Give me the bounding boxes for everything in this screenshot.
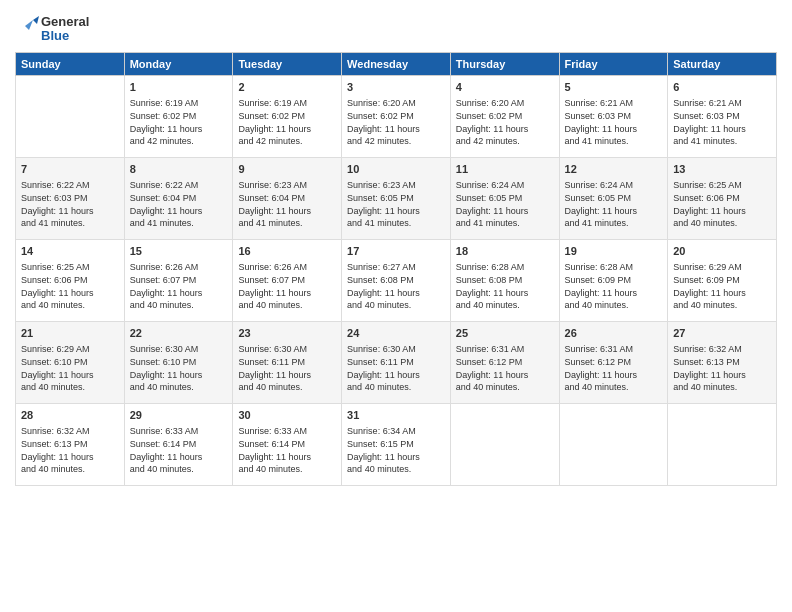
header: GeneralBlue: [15, 10, 777, 46]
day-number: 16: [238, 244, 336, 259]
calendar-cell: 4Sunrise: 6:20 AM Sunset: 6:02 PM Daylig…: [450, 76, 559, 158]
day-number: 11: [456, 162, 554, 177]
cell-info: Sunrise: 6:22 AM Sunset: 6:03 PM Dayligh…: [21, 179, 119, 229]
calendar-cell: 9Sunrise: 6:23 AM Sunset: 6:04 PM Daylig…: [233, 158, 342, 240]
cell-info: Sunrise: 6:23 AM Sunset: 6:05 PM Dayligh…: [347, 179, 445, 229]
cell-info: Sunrise: 6:24 AM Sunset: 6:05 PM Dayligh…: [456, 179, 554, 229]
calendar-cell: 18Sunrise: 6:28 AM Sunset: 6:08 PM Dayli…: [450, 240, 559, 322]
day-number: 25: [456, 326, 554, 341]
calendar-cell: 14Sunrise: 6:25 AM Sunset: 6:06 PM Dayli…: [16, 240, 125, 322]
cell-info: Sunrise: 6:31 AM Sunset: 6:12 PM Dayligh…: [456, 343, 554, 393]
week-row-2: 7Sunrise: 6:22 AM Sunset: 6:03 PM Daylig…: [16, 158, 777, 240]
cell-info: Sunrise: 6:21 AM Sunset: 6:03 PM Dayligh…: [673, 97, 771, 147]
day-number: 22: [130, 326, 228, 341]
day-number: 3: [347, 80, 445, 95]
cell-info: Sunrise: 6:32 AM Sunset: 6:13 PM Dayligh…: [673, 343, 771, 393]
svg-text:General: General: [41, 14, 89, 29]
day-number: 12: [565, 162, 663, 177]
calendar-table: SundayMondayTuesdayWednesdayThursdayFrid…: [15, 52, 777, 486]
svg-marker-0: [25, 20, 33, 30]
cell-info: Sunrise: 6:30 AM Sunset: 6:11 PM Dayligh…: [238, 343, 336, 393]
cell-info: Sunrise: 6:21 AM Sunset: 6:03 PM Dayligh…: [565, 97, 663, 147]
cell-info: Sunrise: 6:30 AM Sunset: 6:11 PM Dayligh…: [347, 343, 445, 393]
col-header-thursday: Thursday: [450, 53, 559, 76]
calendar-cell: [668, 404, 777, 486]
calendar-cell: 25Sunrise: 6:31 AM Sunset: 6:12 PM Dayli…: [450, 322, 559, 404]
cell-info: Sunrise: 6:24 AM Sunset: 6:05 PM Dayligh…: [565, 179, 663, 229]
cell-info: Sunrise: 6:25 AM Sunset: 6:06 PM Dayligh…: [673, 179, 771, 229]
calendar-cell: 12Sunrise: 6:24 AM Sunset: 6:05 PM Dayli…: [559, 158, 668, 240]
day-number: 13: [673, 162, 771, 177]
day-number: 6: [673, 80, 771, 95]
calendar-cell: 8Sunrise: 6:22 AM Sunset: 6:04 PM Daylig…: [124, 158, 233, 240]
calendar-cell: 10Sunrise: 6:23 AM Sunset: 6:05 PM Dayli…: [342, 158, 451, 240]
day-number: 10: [347, 162, 445, 177]
cell-info: Sunrise: 6:22 AM Sunset: 6:04 PM Dayligh…: [130, 179, 228, 229]
day-number: 28: [21, 408, 119, 423]
calendar-cell: 2Sunrise: 6:19 AM Sunset: 6:02 PM Daylig…: [233, 76, 342, 158]
calendar-cell: 22Sunrise: 6:30 AM Sunset: 6:10 PM Dayli…: [124, 322, 233, 404]
cell-info: Sunrise: 6:19 AM Sunset: 6:02 PM Dayligh…: [238, 97, 336, 147]
cell-info: Sunrise: 6:20 AM Sunset: 6:02 PM Dayligh…: [347, 97, 445, 147]
cell-info: Sunrise: 6:29 AM Sunset: 6:09 PM Dayligh…: [673, 261, 771, 311]
day-number: 21: [21, 326, 119, 341]
day-number: 30: [238, 408, 336, 423]
cell-info: Sunrise: 6:27 AM Sunset: 6:08 PM Dayligh…: [347, 261, 445, 311]
calendar-cell: 17Sunrise: 6:27 AM Sunset: 6:08 PM Dayli…: [342, 240, 451, 322]
cell-info: Sunrise: 6:34 AM Sunset: 6:15 PM Dayligh…: [347, 425, 445, 475]
cell-info: Sunrise: 6:23 AM Sunset: 6:04 PM Dayligh…: [238, 179, 336, 229]
cell-info: Sunrise: 6:20 AM Sunset: 6:02 PM Dayligh…: [456, 97, 554, 147]
cell-info: Sunrise: 6:30 AM Sunset: 6:10 PM Dayligh…: [130, 343, 228, 393]
day-number: 8: [130, 162, 228, 177]
day-number: 17: [347, 244, 445, 259]
cell-info: Sunrise: 6:28 AM Sunset: 6:08 PM Dayligh…: [456, 261, 554, 311]
calendar-cell: 31Sunrise: 6:34 AM Sunset: 6:15 PM Dayli…: [342, 404, 451, 486]
svg-text:Blue: Blue: [41, 28, 69, 43]
col-header-wednesday: Wednesday: [342, 53, 451, 76]
page-container: GeneralBlue SundayMondayTuesdayWednesday…: [0, 0, 792, 491]
day-number: 26: [565, 326, 663, 341]
week-row-4: 21Sunrise: 6:29 AM Sunset: 6:10 PM Dayli…: [16, 322, 777, 404]
calendar-cell: 13Sunrise: 6:25 AM Sunset: 6:06 PM Dayli…: [668, 158, 777, 240]
col-header-friday: Friday: [559, 53, 668, 76]
week-row-5: 28Sunrise: 6:32 AM Sunset: 6:13 PM Dayli…: [16, 404, 777, 486]
calendar-cell: 30Sunrise: 6:33 AM Sunset: 6:14 PM Dayli…: [233, 404, 342, 486]
day-number: 18: [456, 244, 554, 259]
cell-info: Sunrise: 6:26 AM Sunset: 6:07 PM Dayligh…: [130, 261, 228, 311]
cell-info: Sunrise: 6:33 AM Sunset: 6:14 PM Dayligh…: [238, 425, 336, 475]
day-number: 29: [130, 408, 228, 423]
day-number: 27: [673, 326, 771, 341]
logo: GeneralBlue: [15, 10, 105, 46]
cell-info: Sunrise: 6:26 AM Sunset: 6:07 PM Dayligh…: [238, 261, 336, 311]
calendar-cell: [559, 404, 668, 486]
calendar-cell: 23Sunrise: 6:30 AM Sunset: 6:11 PM Dayli…: [233, 322, 342, 404]
cell-info: Sunrise: 6:28 AM Sunset: 6:09 PM Dayligh…: [565, 261, 663, 311]
cell-info: Sunrise: 6:25 AM Sunset: 6:06 PM Dayligh…: [21, 261, 119, 311]
cell-info: Sunrise: 6:31 AM Sunset: 6:12 PM Dayligh…: [565, 343, 663, 393]
logo-svg: GeneralBlue: [15, 10, 105, 46]
day-number: 19: [565, 244, 663, 259]
col-header-tuesday: Tuesday: [233, 53, 342, 76]
calendar-cell: 6Sunrise: 6:21 AM Sunset: 6:03 PM Daylig…: [668, 76, 777, 158]
day-number: 5: [565, 80, 663, 95]
week-row-1: 1Sunrise: 6:19 AM Sunset: 6:02 PM Daylig…: [16, 76, 777, 158]
day-number: 2: [238, 80, 336, 95]
calendar-cell: 7Sunrise: 6:22 AM Sunset: 6:03 PM Daylig…: [16, 158, 125, 240]
col-header-sunday: Sunday: [16, 53, 125, 76]
calendar-cell: 5Sunrise: 6:21 AM Sunset: 6:03 PM Daylig…: [559, 76, 668, 158]
cell-info: Sunrise: 6:32 AM Sunset: 6:13 PM Dayligh…: [21, 425, 119, 475]
day-number: 4: [456, 80, 554, 95]
col-header-saturday: Saturday: [668, 53, 777, 76]
calendar-cell: 1Sunrise: 6:19 AM Sunset: 6:02 PM Daylig…: [124, 76, 233, 158]
calendar-cell: 19Sunrise: 6:28 AM Sunset: 6:09 PM Dayli…: [559, 240, 668, 322]
calendar-cell: 15Sunrise: 6:26 AM Sunset: 6:07 PM Dayli…: [124, 240, 233, 322]
day-number: 20: [673, 244, 771, 259]
calendar-cell: 21Sunrise: 6:29 AM Sunset: 6:10 PM Dayli…: [16, 322, 125, 404]
calendar-cell: 29Sunrise: 6:33 AM Sunset: 6:14 PM Dayli…: [124, 404, 233, 486]
calendar-cell: 11Sunrise: 6:24 AM Sunset: 6:05 PM Dayli…: [450, 158, 559, 240]
cell-info: Sunrise: 6:33 AM Sunset: 6:14 PM Dayligh…: [130, 425, 228, 475]
day-number: 31: [347, 408, 445, 423]
calendar-cell: 20Sunrise: 6:29 AM Sunset: 6:09 PM Dayli…: [668, 240, 777, 322]
calendar-cell: 28Sunrise: 6:32 AM Sunset: 6:13 PM Dayli…: [16, 404, 125, 486]
svg-marker-1: [33, 16, 39, 24]
